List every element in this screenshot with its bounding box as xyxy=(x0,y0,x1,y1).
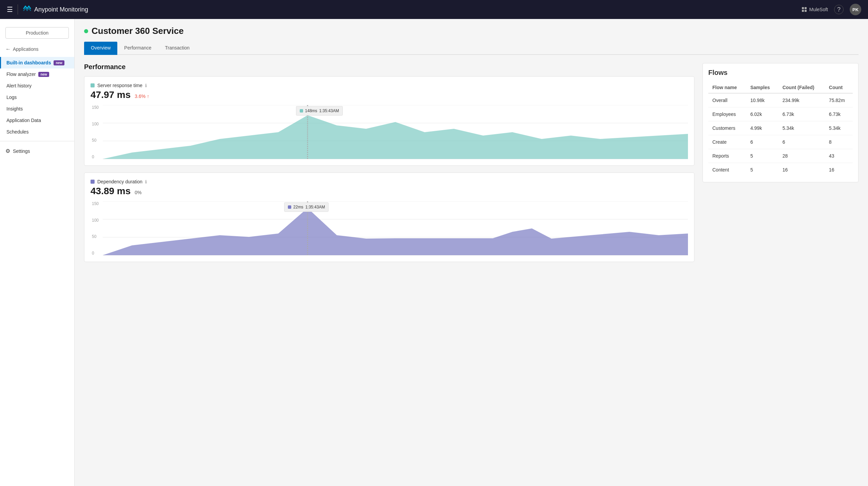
sidebar-item-insights[interactable]: Insights xyxy=(0,103,74,115)
help-button[interactable]: ? xyxy=(834,5,844,14)
flows-table-header: Flow name Samples Count (Failed) Count xyxy=(708,82,853,93)
table-cell-count_failed: 234.99k xyxy=(778,93,825,107)
nav-divider xyxy=(18,4,18,15)
sidebar-item-label: Flow analyzer xyxy=(6,72,36,77)
table-cell-samples: 4.99k xyxy=(746,121,778,135)
tab-performance[interactable]: Performance xyxy=(117,42,158,55)
chart-header: Dependency duration ℹ xyxy=(91,179,688,184)
page-title: Customer 360 Service xyxy=(92,26,184,36)
col-samples: Samples xyxy=(746,82,778,93)
sidebar-item-flow-analyzer[interactable]: Flow analyzer new xyxy=(0,68,74,80)
table-row: Content51616 xyxy=(708,163,853,177)
info-icon[interactable]: ℹ xyxy=(145,83,147,88)
table-row: Customers4.99k5.34k5.34k xyxy=(708,121,853,135)
chart-label: Server response time xyxy=(97,83,142,88)
table-row: Employees6.02k6.73k6.73k xyxy=(708,107,853,121)
app-header: Customer 360 Service xyxy=(84,26,859,36)
performance-section-title: Performance xyxy=(84,63,694,71)
y-label: 150 xyxy=(92,105,101,110)
svg-rect-3 xyxy=(805,10,807,12)
sidebar-item-label: Application Data xyxy=(6,118,41,123)
sidebar-item-application-data[interactable]: Application Data xyxy=(0,115,74,126)
table-cell-samples: 6.02k xyxy=(746,107,778,121)
flows-section-title: Flows xyxy=(708,69,853,77)
table-cell-count: 8 xyxy=(825,135,853,149)
col-count: Count xyxy=(825,82,853,93)
chart-change: 3.6% ↑ xyxy=(135,94,149,99)
info-icon[interactable]: ℹ xyxy=(145,179,147,184)
y-label: 50 xyxy=(92,138,101,143)
sidebar-item-label: Schedules xyxy=(6,129,28,135)
sidebar-item-label: Built-in dashboards xyxy=(6,60,51,65)
flows-table-body: Overall10.98k234.99k75.82mEmployees6.02k… xyxy=(708,93,853,177)
chart-value: 47.97 ms xyxy=(91,89,131,100)
y-label: 50 xyxy=(92,234,101,239)
table-cell-count: 16 xyxy=(825,163,853,177)
chart-color-indicator xyxy=(91,180,95,184)
tab-overview[interactable]: Overview xyxy=(84,42,117,55)
dependency-duration-card: Dependency duration ℹ 43.89 ms 0% 150 10… xyxy=(84,173,694,262)
chart-svg xyxy=(103,105,688,159)
chart-value: 43.89 ms xyxy=(91,186,131,197)
table-cell-samples: 10.98k xyxy=(746,93,778,107)
back-to-applications[interactable]: ← Applications xyxy=(0,44,74,54)
table-cell-count_failed: 6.73k xyxy=(778,107,825,121)
status-indicator xyxy=(84,29,88,33)
col-flow-name: Flow name xyxy=(708,82,746,93)
sidebar: Production ← Applications Built-in dashb… xyxy=(0,19,75,486)
top-navigation: ☰ Anypoint Monitoring MuleSoft ? PK xyxy=(0,0,868,19)
mulesoft-label: MuleSoft xyxy=(809,7,828,12)
server-response-chart-area: 150 100 50 0 148ms 1:35:43AM xyxy=(91,105,688,159)
chart-svg-container: 148ms 1:35:43AM xyxy=(103,105,688,159)
table-cell-count_failed: 5.34k xyxy=(778,121,825,135)
sidebar-item-schedules[interactable]: Schedules xyxy=(0,126,74,138)
menu-icon[interactable]: ☰ xyxy=(7,5,13,14)
table-cell-name: Create xyxy=(708,135,746,149)
dependency-duration-chart-area: 150 100 50 0 22ms 1:35:43AM xyxy=(91,201,688,256)
back-arrow-icon: ← xyxy=(5,46,11,52)
sidebar-divider xyxy=(0,141,74,141)
table-cell-name: Reports xyxy=(708,149,746,163)
sidebar-item-alert-history[interactable]: Alert history xyxy=(0,80,74,92)
mulesoft-link[interactable]: MuleSoft xyxy=(801,6,828,13)
app-title: Anypoint Monitoring xyxy=(34,6,88,13)
sidebar-item-settings[interactable]: ⚙ Settings xyxy=(0,145,74,157)
new-badge: new xyxy=(54,60,64,65)
sidebar-item-label: Alert history xyxy=(6,83,32,88)
table-row: Create668 xyxy=(708,135,853,149)
table-cell-samples: 5 xyxy=(746,163,778,177)
table-cell-samples: 6 xyxy=(746,135,778,149)
chart-metric: 43.89 ms 0% xyxy=(91,186,688,197)
back-label: Applications xyxy=(13,46,39,52)
col-count-failed: Count (Failed) xyxy=(778,82,825,93)
table-cell-count_failed: 16 xyxy=(778,163,825,177)
svg-rect-2 xyxy=(802,10,804,12)
sidebar-item-label: Insights xyxy=(6,106,23,112)
table-cell-name: Customers xyxy=(708,121,746,135)
main-layout: Production ← Applications Built-in dashb… xyxy=(0,19,868,486)
svg-rect-1 xyxy=(805,7,807,9)
flows-panel: Flows Flow name Samples Count (Failed) C… xyxy=(703,63,859,269)
content-grid: Performance Server response time ℹ 47.97… xyxy=(84,63,859,269)
y-label: 100 xyxy=(92,218,101,223)
settings-icon: ⚙ xyxy=(5,148,10,154)
user-avatar[interactable]: PK xyxy=(850,4,861,15)
svg-marker-14 xyxy=(103,208,688,255)
table-header-row: Flow name Samples Count (Failed) Count xyxy=(708,82,853,93)
chart-metric: 47.97 ms 3.6% ↑ xyxy=(91,89,688,100)
sidebar-item-logs[interactable]: Logs xyxy=(0,92,74,103)
tab-transaction[interactable]: Transaction xyxy=(158,42,197,55)
table-cell-count: 75.82m xyxy=(825,93,853,107)
svg-marker-8 xyxy=(103,115,688,159)
table-cell-count: 43 xyxy=(825,149,853,163)
chart-label: Dependency duration xyxy=(97,179,142,184)
tab-bar: Overview Performance Transaction xyxy=(84,42,859,55)
table-cell-count: 6.73k xyxy=(825,107,853,121)
performance-panel: Performance Server response time ℹ 47.97… xyxy=(84,63,694,269)
sidebar-item-built-in-dashboards[interactable]: Built-in dashboards new xyxy=(0,57,74,68)
table-cell-count_failed: 6 xyxy=(778,135,825,149)
table-cell-name: Employees xyxy=(708,107,746,121)
environment-selector[interactable]: Production xyxy=(5,27,69,39)
settings-label: Settings xyxy=(13,148,30,154)
table-row: Reports52843 xyxy=(708,149,853,163)
